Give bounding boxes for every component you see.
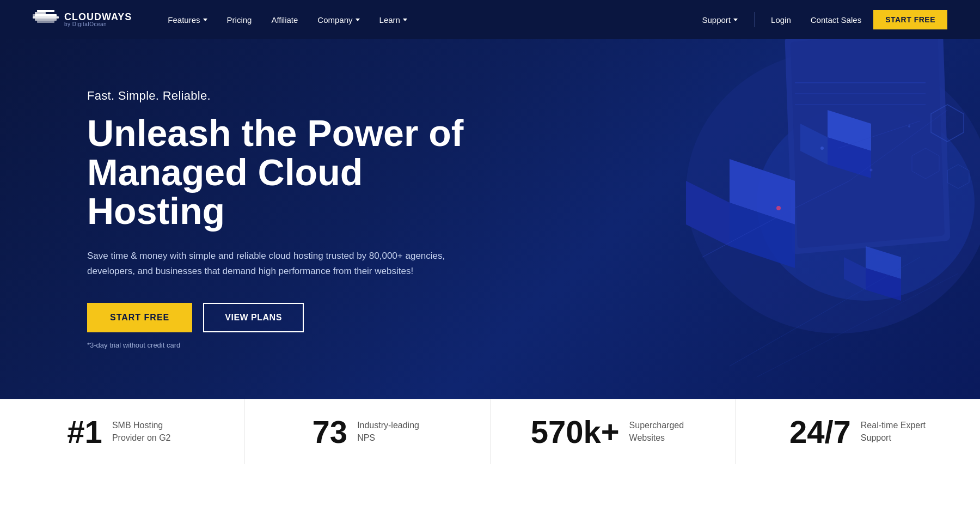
hero-graphic: [512, 39, 980, 399]
hero-illustration: [512, 39, 980, 399]
svg-rect-4: [33, 16, 59, 19]
stat-item-1: #1 SMB Hosting Provider on G2: [0, 399, 245, 464]
stat-label-3: Supercharged Websites: [629, 419, 695, 444]
hero-start-free-button[interactable]: START FREE: [87, 303, 192, 332]
nav-learn[interactable]: Learn: [371, 11, 416, 29]
nav-pricing[interactable]: Pricing: [218, 11, 261, 29]
nav-login[interactable]: Login: [763, 11, 799, 29]
chevron-down-icon: [356, 19, 360, 21]
nav-affiliate[interactable]: Affiliate: [262, 11, 307, 29]
chevron-down-icon: [733, 19, 738, 21]
hero-cta-buttons: START FREE VIEW PLANS: [87, 303, 495, 332]
hero-headline-line2: Managed Cloud Hosting: [87, 151, 363, 232]
hero-content: Fast. Simple. Reliable. Unleash the Powe…: [87, 89, 495, 349]
hero-trial-note: *3-day trial without credit card: [87, 341, 495, 349]
svg-rect-5: [35, 19, 57, 21]
hero-headline: Unleash the Power of Managed Cloud Hosti…: [87, 114, 495, 230]
stat-number-3: 570k+: [531, 416, 620, 448]
svg-point-32: [776, 206, 781, 210]
svg-point-35: [908, 125, 910, 127]
hero-section: Fast. Simple. Reliable. Unleash the Powe…: [0, 39, 980, 399]
stat-number-2: 73: [313, 416, 348, 448]
brand-sub: by DigitalOcean: [64, 22, 132, 27]
svg-rect-6: [37, 21, 54, 23]
svg-rect-2: [37, 10, 54, 12]
stat-label-4: Real-time Expert Support: [861, 419, 926, 444]
chevron-down-icon: [403, 19, 407, 21]
hero-view-plans-button[interactable]: VIEW PLANS: [203, 303, 304, 332]
stat-item-4: 24/7 Real-time Expert Support: [736, 399, 980, 464]
hero-description: Save time & money with simple and reliab…: [87, 248, 457, 279]
svg-rect-3: [35, 14, 57, 16]
svg-rect-1: [35, 12, 46, 14]
hero-tagline: Fast. Simple. Reliable.: [87, 89, 495, 103]
nav-support[interactable]: Support: [695, 11, 746, 29]
stat-label-1: SMB Hosting Provider on G2: [112, 419, 177, 444]
svg-point-33: [820, 147, 824, 150]
nav-start-free-button[interactable]: START FREE: [873, 10, 947, 29]
navbar: CLOUDWAYS by DigitalOcean Features Prici…: [0, 0, 980, 39]
hero-headline-line1: Unleash the Power of: [87, 112, 463, 154]
svg-point-34: [870, 169, 873, 172]
stat-number-4: 24/7: [789, 416, 851, 448]
stat-item-2: 73 Industry-leading NPS: [245, 399, 490, 464]
stat-label-2: Industry-leading NPS: [357, 419, 422, 444]
nav-right: Support Login Contact Sales START FREE: [695, 10, 948, 29]
nav-divider: [754, 12, 755, 27]
brand-logo[interactable]: CLOUDWAYS by DigitalOcean: [33, 10, 132, 29]
stat-number-1: #1: [67, 416, 102, 448]
brand-name: CLOUDWAYS: [64, 12, 132, 22]
nav-links: Features Pricing Affiliate Company Learn: [159, 11, 694, 29]
chevron-down-icon: [203, 19, 207, 21]
nav-company[interactable]: Company: [309, 11, 368, 29]
stat-item-3: 570k+ Supercharged Websites: [491, 399, 736, 464]
nav-contact-sales[interactable]: Contact Sales: [803, 11, 869, 29]
nav-features[interactable]: Features: [159, 11, 216, 29]
stats-section: #1 SMB Hosting Provider on G2 73 Industr…: [0, 399, 980, 464]
cloudways-logo-icon: [33, 10, 59, 29]
